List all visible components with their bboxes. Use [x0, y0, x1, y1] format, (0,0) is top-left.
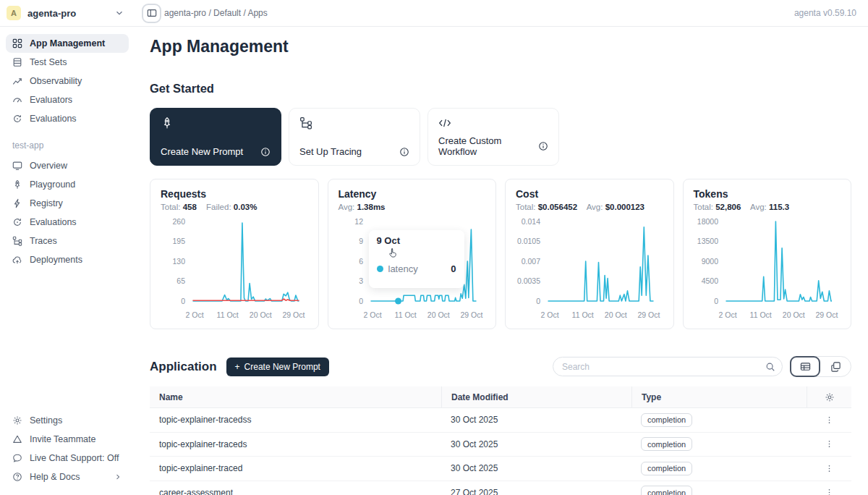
sidebar-item-evaluations[interactable]: Evaluations [6, 109, 129, 128]
sidebar-item-overview[interactable]: Overview [6, 156, 129, 175]
card-label: Create Custom Workflow [438, 135, 538, 157]
sidebar-item-label: Deployments [30, 255, 82, 265]
create-new-prompt-card[interactable]: Create New Prompt [150, 108, 281, 166]
table-row[interactable]: topic-explainer-traced 30 Oct 2025 compl… [150, 457, 851, 481]
chart-title: Requests [161, 188, 308, 200]
svg-text:20 Oct: 20 Oct [250, 310, 272, 319]
applications-table: Name Date Modified Type topic-explainer-… [150, 386, 851, 495]
sidebar-item-label: Test Sets [30, 57, 67, 67]
table-row[interactable]: career-assessment 27 Oct 2025 completion [150, 481, 851, 495]
info-icon[interactable] [399, 147, 409, 157]
svg-text:65: 65 [176, 276, 185, 285]
create-new-prompt-button[interactable]: + Create New Prompt [226, 358, 329, 376]
column-settings[interactable] [807, 386, 851, 407]
series-success [193, 223, 299, 301]
app-name: topic-explainer-tracedss [150, 415, 441, 425]
row-menu-icon[interactable] [825, 415, 834, 425]
chart-canvas: 00.00350.0070.01050.0142 Oct11 Oct20 Oct… [516, 216, 661, 324]
sidebar-item-registry[interactable]: Registry [6, 194, 129, 213]
latency-chart-card: Latency Avg: 1.38ms 0369122 Oct11 Oct20 … [328, 179, 497, 329]
svg-text:11 Oct: 11 Oct [572, 310, 594, 319]
line-chart-icon [12, 76, 22, 86]
info-icon[interactable] [260, 147, 271, 157]
svg-text:13500: 13500 [697, 237, 718, 245]
requests-chart[interactable]: 0651301952602 Oct11 Oct20 Oct29 Oct [161, 216, 308, 324]
sidebar-item-label: Overview [30, 161, 67, 171]
table-row[interactable]: topic-explainer-tracedss 30 Oct 2025 com… [150, 408, 851, 433]
table-view-button[interactable] [790, 356, 820, 377]
row-menu-icon[interactable] [825, 488, 834, 495]
svg-text:11 Oct: 11 Oct [749, 310, 771, 319]
grid-icon [12, 38, 22, 48]
view-toggle [790, 356, 851, 377]
svg-text:0.014: 0.014 [522, 217, 540, 226]
svg-text:29 Oct: 29 Oct [282, 310, 305, 319]
app-date: 30 Oct 2025 [441, 415, 631, 425]
svg-text:20 Oct: 20 Oct [782, 310, 804, 319]
gauge-icon [12, 95, 22, 105]
workspace-switcher[interactable]: A agenta-pro [0, 6, 135, 20]
app-name: topic-explainer-traceds [150, 439, 441, 449]
search-icon[interactable] [765, 362, 775, 372]
column-header-name[interactable]: Name [150, 392, 441, 402]
sidebar-item-evaluators[interactable]: Evaluators [6, 90, 129, 109]
cost-chart[interactable]: 00.00350.0070.01050.0142 Oct11 Oct20 Oct… [516, 216, 663, 324]
sidebar-item-label: Observability [30, 76, 82, 86]
chart-title: Cost [516, 188, 663, 200]
sidebar-item-test-sets[interactable]: Test Sets [6, 53, 129, 72]
svg-text:2 Oct: 2 Oct [718, 310, 736, 319]
app-name: topic-explainer-traced [150, 463, 441, 473]
type-badge: completion [641, 413, 692, 427]
svg-text:4500: 4500 [701, 276, 718, 285]
app-date: 30 Oct 2025 [441, 439, 631, 449]
sidebar-item-label: Evaluations [30, 114, 77, 124]
create-custom-workflow-card[interactable]: Create Custom Workflow [427, 108, 559, 166]
set-up-tracing-card[interactable]: Set Up Tracing [289, 108, 420, 166]
sidebar-item-help-docs[interactable]: Help & Docs [6, 468, 129, 486]
workspace-name: agenta-pro [27, 8, 76, 19]
sidebar-item-evaluations-app[interactable]: Evaluations [6, 213, 129, 232]
gear-icon [825, 392, 835, 402]
sidebar-panel-icon [147, 8, 157, 18]
sidebar-item-observability[interactable]: Observability [6, 72, 129, 90]
sidebar-item-label: Traces [30, 236, 57, 246]
series-tokens [726, 221, 832, 301]
sidebar-item-label: Playground [30, 179, 75, 190]
sidebar-item-deployments[interactable]: Deployments [6, 250, 129, 269]
sidebar-toggle-button[interactable] [142, 4, 161, 23]
requests-chart-card: Requests Total: 458 Failed: 0.03% 065130… [150, 179, 319, 329]
tokens-chart-card: Tokens Total: 52,806 Avg: 115.3 04500900… [683, 179, 852, 329]
sidebar-item-live-chat[interactable]: Live Chat Support: Off [6, 449, 129, 468]
chart-tooltip: 9 Oct latency 0 [369, 230, 464, 288]
card-view-button[interactable] [820, 356, 851, 377]
tokens-chart[interactable]: 04500900013500180002 Oct11 Oct20 Oct29 O… [694, 216, 841, 324]
sidebar-item-traces[interactable]: Traces [6, 232, 129, 250]
tooltip-series-value: 0 [451, 263, 456, 274]
svg-text:9000: 9000 [701, 257, 718, 266]
refresh-icon [12, 114, 22, 124]
column-header-date-modified[interactable]: Date Modified [441, 386, 631, 407]
monitor-icon [12, 161, 22, 171]
sidebar-item-app-management[interactable]: App Management [6, 34, 129, 53]
cloud-icon [12, 255, 22, 265]
search-input[interactable] [562, 362, 765, 372]
breadcrumb[interactable]: agenta-pro / Default / Apps [164, 8, 268, 18]
sidebar-item-label: Settings [30, 415, 62, 426]
get-started-row: Create New Prompt Set Up Tracing Create … [150, 108, 851, 166]
row-menu-icon[interactable] [825, 464, 834, 473]
topbar: A agenta-pro agenta-pro / Default / Apps… [0, 0, 868, 27]
svg-text:20 Oct: 20 Oct [427, 310, 449, 319]
workspace-avatar: A [7, 6, 21, 20]
sidebar-item-playground[interactable]: Playground [6, 175, 129, 194]
column-header-type[interactable]: Type [631, 386, 807, 407]
row-menu-icon[interactable] [825, 439, 834, 449]
table-row[interactable]: topic-explainer-traceds 30 Oct 2025 comp… [150, 433, 851, 457]
chart-title: Latency [339, 188, 486, 200]
svg-text:6: 6 [359, 257, 363, 266]
info-icon[interactable] [538, 141, 548, 151]
sidebar-section-label: test-app [12, 140, 129, 151]
sidebar-item-invite-teammate[interactable]: Invite Teammate [6, 430, 129, 449]
sidebar-item-settings[interactable]: Settings [6, 411, 129, 430]
application-header: Application + Create New Prompt [150, 356, 851, 377]
svg-text:130: 130 [172, 257, 185, 266]
